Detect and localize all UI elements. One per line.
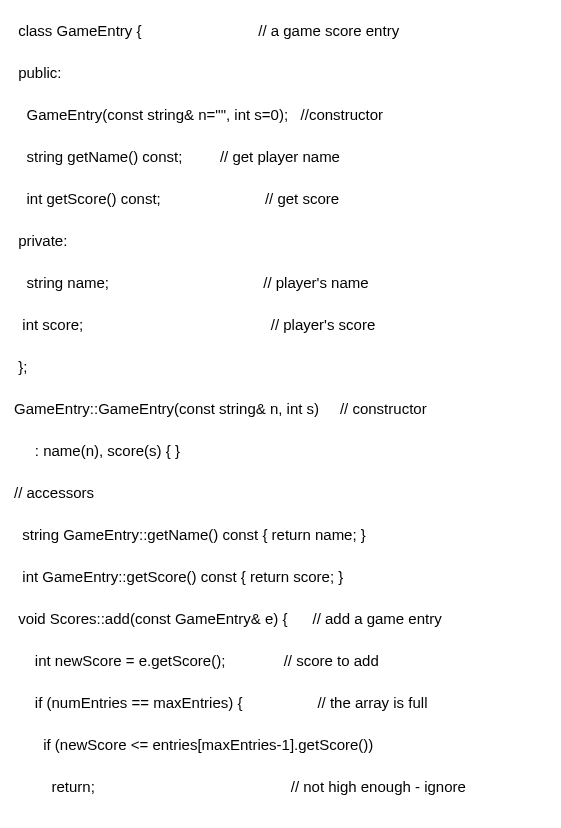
code-line: return; // not high enough - ignore — [14, 776, 547, 797]
code-line: string name; // player's name — [14, 272, 547, 293]
code-line: int getScore() const; // get score — [14, 188, 547, 209]
code-line: string getName() const; // get player na… — [14, 146, 547, 167]
code-line: class GameEntry { // a game score entry — [14, 20, 547, 41]
code-line: GameEntry(const string& n="", int s=0); … — [14, 104, 547, 125]
code-line: int score; // player's score — [14, 314, 547, 335]
code-line: // accessors — [14, 482, 547, 503]
code-line: if (numEntries == maxEntries) { // the a… — [14, 692, 547, 713]
code-block: class GameEntry { // a game score entry … — [14, 20, 547, 797]
code-line: : name(n), score(s) { } — [14, 440, 547, 461]
code-line: }; — [14, 356, 547, 377]
code-line: private: — [14, 230, 547, 251]
code-line: string GameEntry::getName() const { retu… — [14, 524, 547, 545]
code-line: public: — [14, 62, 547, 83]
code-line: int newScore = e.getScore(); // score to… — [14, 650, 547, 671]
code-line: GameEntry::GameEntry(const string& n, in… — [14, 398, 547, 419]
code-line: int GameEntry::getScore() const { return… — [14, 566, 547, 587]
code-line: void Scores::add(const GameEntry& e) { /… — [14, 608, 547, 629]
code-line: if (newScore <= entries[maxEntries-1].ge… — [14, 734, 547, 755]
